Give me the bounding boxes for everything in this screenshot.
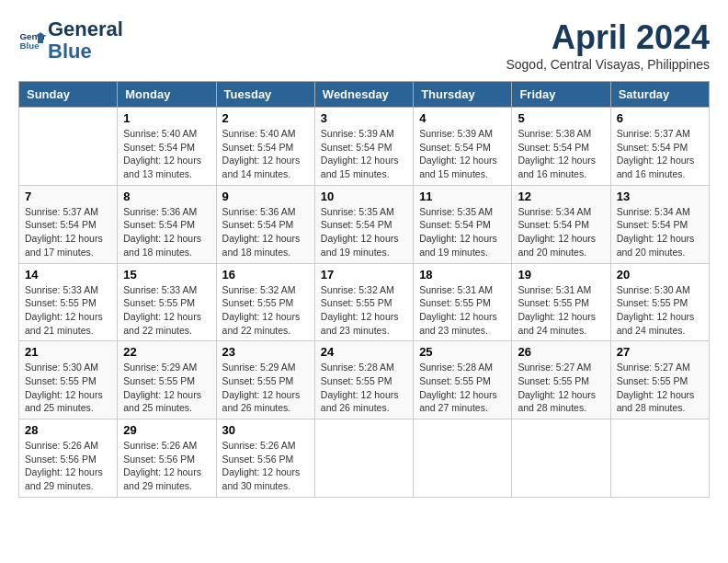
day-info: Sunrise: 5:35 AMSunset: 5:54 PMDaylight:…	[321, 205, 407, 259]
day-number: 23	[222, 345, 309, 359]
week-row-5: 28Sunrise: 5:26 AMSunset: 5:56 PMDayligh…	[19, 419, 710, 498]
calendar-cell: 26Sunrise: 5:27 AMSunset: 5:55 PMDayligh…	[512, 341, 610, 419]
calendar-cell: 4Sunrise: 5:39 AMSunset: 5:54 PMDaylight…	[414, 108, 512, 186]
logo-icon: General Blue	[18, 27, 46, 54]
title-block: April 2024 Sogod, Central Visayas, Phili…	[506, 18, 710, 72]
day-info: Sunrise: 5:29 AMSunset: 5:55 PMDaylight:…	[123, 361, 210, 415]
calendar-cell: 27Sunrise: 5:27 AMSunset: 5:55 PMDayligh…	[610, 341, 709, 419]
calendar-header: SundayMondayTuesdayWednesdayThursdayFrid…	[19, 82, 710, 108]
day-number: 2	[222, 111, 309, 125]
logo: General Blue General Blue	[18, 18, 123, 63]
day-number: 10	[321, 190, 407, 203]
calendar-cell: 21Sunrise: 5:30 AMSunset: 5:55 PMDayligh…	[19, 341, 118, 419]
page-header: General Blue General Blue April 2024 Sog…	[18, 18, 710, 72]
calendar-cell: 24Sunrise: 5:28 AMSunset: 5:55 PMDayligh…	[314, 341, 413, 419]
calendar-cell: 1Sunrise: 5:40 AMSunset: 5:54 PMDaylight…	[118, 108, 216, 186]
day-info: Sunrise: 5:31 AMSunset: 5:55 PMDaylight:…	[518, 283, 604, 338]
day-number: 3	[321, 111, 407, 125]
calendar-cell: 17Sunrise: 5:32 AMSunset: 5:55 PMDayligh…	[314, 263, 413, 341]
day-info: Sunrise: 5:26 AMSunset: 5:56 PMDaylight:…	[123, 439, 210, 493]
calendar-cell: 3Sunrise: 5:39 AMSunset: 5:54 PMDaylight…	[314, 108, 413, 186]
day-info: Sunrise: 5:32 AMSunset: 5:55 PMDaylight:…	[222, 283, 309, 338]
week-row-4: 21Sunrise: 5:30 AMSunset: 5:55 PMDayligh…	[19, 341, 710, 419]
calendar-cell: 8Sunrise: 5:36 AMSunset: 5:54 PMDaylight…	[118, 185, 216, 263]
week-row-1: 1Sunrise: 5:40 AMSunset: 5:54 PMDaylight…	[19, 108, 710, 186]
calendar-cell: 18Sunrise: 5:31 AMSunset: 5:55 PMDayligh…	[414, 263, 512, 341]
day-info: Sunrise: 5:34 AMSunset: 5:54 PMDaylight:…	[617, 205, 703, 259]
calendar-cell: 23Sunrise: 5:29 AMSunset: 5:55 PMDayligh…	[216, 341, 314, 419]
calendar-cell: 5Sunrise: 5:38 AMSunset: 5:54 PMDaylight…	[512, 108, 610, 186]
day-info: Sunrise: 5:33 AMSunset: 5:55 PMDaylight:…	[123, 283, 210, 338]
day-info: Sunrise: 5:28 AMSunset: 5:55 PMDaylight:…	[321, 361, 407, 415]
calendar-cell: 7Sunrise: 5:37 AMSunset: 5:54 PMDaylight…	[19, 185, 118, 263]
day-number: 21	[25, 345, 111, 359]
day-number: 8	[123, 190, 210, 203]
day-info: Sunrise: 5:27 AMSunset: 5:55 PMDaylight:…	[617, 361, 703, 415]
day-header-wednesday: Wednesday	[314, 82, 413, 108]
svg-text:Blue: Blue	[20, 40, 40, 51]
day-number: 26	[518, 345, 604, 359]
day-info: Sunrise: 5:28 AMSunset: 5:55 PMDaylight:…	[419, 361, 506, 415]
calendar-body: 1Sunrise: 5:40 AMSunset: 5:54 PMDaylight…	[19, 108, 710, 498]
calendar-cell	[19, 108, 118, 186]
day-number: 22	[123, 345, 210, 359]
calendar-cell	[512, 419, 610, 498]
calendar-cell: 11Sunrise: 5:35 AMSunset: 5:54 PMDayligh…	[414, 185, 512, 263]
calendar-cell: 2Sunrise: 5:40 AMSunset: 5:54 PMDaylight…	[216, 108, 314, 186]
calendar-cell	[414, 419, 512, 498]
day-info: Sunrise: 5:39 AMSunset: 5:54 PMDaylight:…	[419, 127, 506, 181]
calendar-cell: 6Sunrise: 5:37 AMSunset: 5:54 PMDaylight…	[610, 108, 709, 186]
day-number: 6	[617, 111, 703, 125]
calendar-cell: 29Sunrise: 5:26 AMSunset: 5:56 PMDayligh…	[118, 419, 216, 498]
calendar-cell: 19Sunrise: 5:31 AMSunset: 5:55 PMDayligh…	[512, 263, 610, 341]
day-header-sunday: Sunday	[19, 82, 118, 108]
day-header-thursday: Thursday	[414, 82, 512, 108]
day-number: 17	[321, 268, 407, 282]
day-number: 25	[419, 345, 506, 359]
day-number: 16	[222, 268, 309, 282]
logo-line2: Blue	[48, 40, 92, 63]
calendar-cell: 15Sunrise: 5:33 AMSunset: 5:55 PMDayligh…	[118, 263, 216, 341]
location: Sogod, Central Visayas, Philippines	[506, 57, 710, 72]
day-number: 14	[25, 268, 111, 282]
day-info: Sunrise: 5:32 AMSunset: 5:55 PMDaylight:…	[321, 283, 407, 338]
day-info: Sunrise: 5:37 AMSunset: 5:54 PMDaylight:…	[617, 127, 703, 181]
month-title: April 2024	[506, 18, 710, 57]
day-info: Sunrise: 5:31 AMSunset: 5:55 PMDaylight:…	[419, 283, 506, 338]
day-number: 20	[617, 268, 703, 282]
calendar-cell: 16Sunrise: 5:32 AMSunset: 5:55 PMDayligh…	[216, 263, 314, 341]
day-number: 4	[419, 111, 506, 125]
day-info: Sunrise: 5:33 AMSunset: 5:55 PMDaylight:…	[25, 283, 111, 338]
day-number: 7	[25, 190, 111, 203]
calendar-table: SundayMondayTuesdayWednesdayThursdayFrid…	[18, 81, 710, 498]
logo-text: General Blue	[48, 18, 123, 63]
day-info: Sunrise: 5:39 AMSunset: 5:54 PMDaylight:…	[321, 127, 407, 181]
day-number: 15	[123, 268, 210, 282]
calendar-cell: 12Sunrise: 5:34 AMSunset: 5:54 PMDayligh…	[512, 185, 610, 263]
day-info: Sunrise: 5:40 AMSunset: 5:54 PMDaylight:…	[123, 127, 210, 181]
day-number: 5	[518, 111, 604, 125]
day-number: 12	[518, 190, 604, 203]
day-info: Sunrise: 5:27 AMSunset: 5:55 PMDaylight:…	[518, 361, 604, 415]
day-number: 29	[123, 423, 210, 437]
day-number: 11	[419, 190, 506, 203]
calendar-cell: 13Sunrise: 5:34 AMSunset: 5:54 PMDayligh…	[610, 185, 709, 263]
day-info: Sunrise: 5:37 AMSunset: 5:54 PMDaylight:…	[25, 205, 111, 259]
day-number: 1	[123, 111, 210, 125]
calendar-cell: 22Sunrise: 5:29 AMSunset: 5:55 PMDayligh…	[118, 341, 216, 419]
day-number: 9	[222, 190, 309, 203]
day-number: 28	[25, 423, 111, 437]
day-info: Sunrise: 5:40 AMSunset: 5:54 PMDaylight:…	[222, 127, 309, 181]
day-number: 13	[617, 190, 703, 203]
day-info: Sunrise: 5:36 AMSunset: 5:54 PMDaylight:…	[123, 205, 210, 259]
calendar-cell	[314, 419, 413, 498]
day-number: 30	[222, 423, 309, 437]
day-number: 27	[617, 345, 703, 359]
logo-line1: General	[48, 17, 123, 40]
calendar-cell: 30Sunrise: 5:26 AMSunset: 5:56 PMDayligh…	[216, 419, 314, 498]
calendar-cell: 14Sunrise: 5:33 AMSunset: 5:55 PMDayligh…	[19, 263, 118, 341]
day-info: Sunrise: 5:30 AMSunset: 5:55 PMDaylight:…	[617, 283, 703, 338]
day-header-tuesday: Tuesday	[216, 82, 314, 108]
calendar-cell: 25Sunrise: 5:28 AMSunset: 5:55 PMDayligh…	[414, 341, 512, 419]
day-header-friday: Friday	[512, 82, 610, 108]
